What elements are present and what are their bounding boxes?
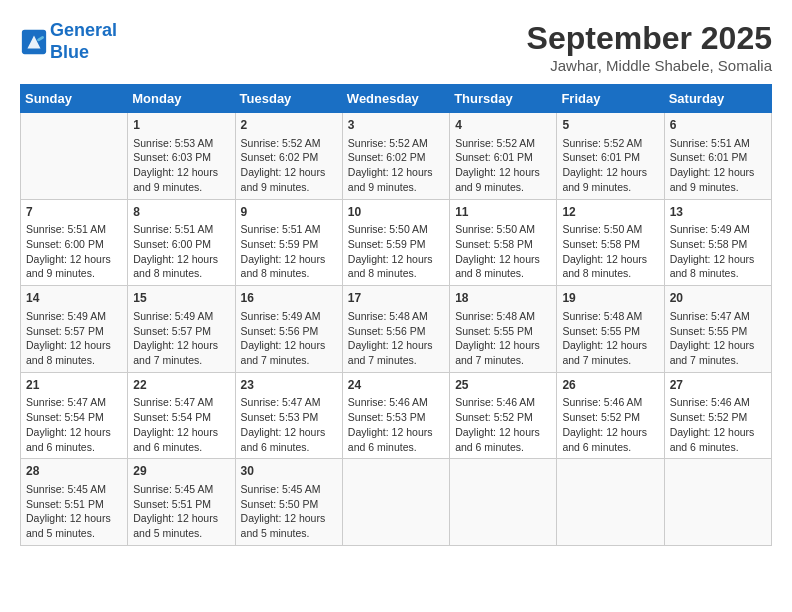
cell-text: Sunset: 6:02 PM (348, 150, 444, 165)
cell-text: Sunset: 5:54 PM (26, 410, 122, 425)
cell-text: Daylight: 12 hours (670, 165, 766, 180)
day-number: 27 (670, 377, 766, 394)
cell-text: Daylight: 12 hours (348, 165, 444, 180)
cell-text: Sunset: 5:57 PM (133, 324, 229, 339)
cell-text: Sunrise: 5:50 AM (562, 222, 658, 237)
cell-text: Sunrise: 5:46 AM (670, 395, 766, 410)
cell-text: Sunrise: 5:46 AM (562, 395, 658, 410)
cell-text: and 7 minutes. (670, 353, 766, 368)
calendar-cell: 9Sunrise: 5:51 AMSunset: 5:59 PMDaylight… (235, 199, 342, 286)
cell-text: and 8 minutes. (241, 266, 337, 281)
cell-text: Sunrise: 5:45 AM (26, 482, 122, 497)
cell-text: Sunrise: 5:49 AM (26, 309, 122, 324)
day-number: 21 (26, 377, 122, 394)
cell-text: Daylight: 12 hours (670, 338, 766, 353)
cell-text: Daylight: 12 hours (455, 252, 551, 267)
cell-text: Daylight: 12 hours (562, 425, 658, 440)
calendar-cell: 24Sunrise: 5:46 AMSunset: 5:53 PMDayligh… (342, 372, 449, 459)
cell-text: and 6 minutes. (133, 440, 229, 455)
day-number: 29 (133, 463, 229, 480)
calendar-cell: 10Sunrise: 5:50 AMSunset: 5:59 PMDayligh… (342, 199, 449, 286)
cell-text: and 6 minutes. (348, 440, 444, 455)
calendar-cell: 26Sunrise: 5:46 AMSunset: 5:52 PMDayligh… (557, 372, 664, 459)
cell-text: Daylight: 12 hours (562, 252, 658, 267)
cell-text: and 6 minutes. (26, 440, 122, 455)
day-number: 4 (455, 117, 551, 134)
cell-text: Sunrise: 5:52 AM (348, 136, 444, 151)
calendar-cell: 14Sunrise: 5:49 AMSunset: 5:57 PMDayligh… (21, 286, 128, 373)
day-number: 12 (562, 204, 658, 221)
day-number: 30 (241, 463, 337, 480)
cell-text: Sunset: 5:56 PM (241, 324, 337, 339)
cell-text: Sunset: 5:54 PM (133, 410, 229, 425)
week-row-5: 28Sunrise: 5:45 AMSunset: 5:51 PMDayligh… (21, 459, 772, 546)
cell-text: Sunset: 5:56 PM (348, 324, 444, 339)
column-header-monday: Monday (128, 85, 235, 113)
cell-text: Daylight: 12 hours (562, 338, 658, 353)
cell-text: Daylight: 12 hours (241, 425, 337, 440)
day-number: 9 (241, 204, 337, 221)
column-header-friday: Friday (557, 85, 664, 113)
cell-text: Sunrise: 5:47 AM (26, 395, 122, 410)
calendar-cell: 5Sunrise: 5:52 AMSunset: 6:01 PMDaylight… (557, 113, 664, 200)
cell-text: Sunrise: 5:50 AM (348, 222, 444, 237)
cell-text: and 8 minutes. (26, 353, 122, 368)
subtitle: Jawhar, Middle Shabele, Somalia (527, 57, 772, 74)
day-number: 13 (670, 204, 766, 221)
calendar-cell: 18Sunrise: 5:48 AMSunset: 5:55 PMDayligh… (450, 286, 557, 373)
cell-text: and 5 minutes. (133, 526, 229, 541)
cell-text: Sunset: 5:58 PM (562, 237, 658, 252)
cell-text: Daylight: 12 hours (241, 511, 337, 526)
cell-text: and 6 minutes. (562, 440, 658, 455)
cell-text: Sunset: 5:50 PM (241, 497, 337, 512)
day-number: 3 (348, 117, 444, 134)
main-title: September 2025 (527, 20, 772, 57)
cell-text: Sunset: 5:58 PM (670, 237, 766, 252)
cell-text: Daylight: 12 hours (133, 511, 229, 526)
cell-text: Sunrise: 5:49 AM (670, 222, 766, 237)
cell-text: Daylight: 12 hours (133, 338, 229, 353)
cell-text: and 7 minutes. (133, 353, 229, 368)
cell-text: and 5 minutes. (26, 526, 122, 541)
cell-text: Daylight: 12 hours (348, 338, 444, 353)
title-block: September 2025 Jawhar, Middle Shabele, S… (527, 20, 772, 74)
week-row-3: 14Sunrise: 5:49 AMSunset: 5:57 PMDayligh… (21, 286, 772, 373)
week-row-4: 21Sunrise: 5:47 AMSunset: 5:54 PMDayligh… (21, 372, 772, 459)
cell-text: Sunrise: 5:51 AM (133, 222, 229, 237)
cell-text: Daylight: 12 hours (26, 425, 122, 440)
day-number: 28 (26, 463, 122, 480)
cell-text: Daylight: 12 hours (26, 338, 122, 353)
cell-text: Sunset: 5:59 PM (241, 237, 337, 252)
cell-text: Sunset: 5:57 PM (26, 324, 122, 339)
day-number: 14 (26, 290, 122, 307)
calendar-cell: 19Sunrise: 5:48 AMSunset: 5:55 PMDayligh… (557, 286, 664, 373)
cell-text: Sunset: 6:01 PM (670, 150, 766, 165)
day-number: 18 (455, 290, 551, 307)
cell-text: Sunrise: 5:49 AM (133, 309, 229, 324)
day-number: 2 (241, 117, 337, 134)
cell-text: Daylight: 12 hours (133, 252, 229, 267)
column-header-sunday: Sunday (21, 85, 128, 113)
calendar-cell: 30Sunrise: 5:45 AMSunset: 5:50 PMDayligh… (235, 459, 342, 546)
cell-text: Sunset: 6:00 PM (133, 237, 229, 252)
cell-text: Daylight: 12 hours (455, 165, 551, 180)
cell-text: and 8 minutes. (562, 266, 658, 281)
cell-text: Sunrise: 5:47 AM (670, 309, 766, 324)
cell-text: and 9 minutes. (562, 180, 658, 195)
cell-text: Sunrise: 5:45 AM (241, 482, 337, 497)
day-number: 16 (241, 290, 337, 307)
calendar-cell (557, 459, 664, 546)
calendar-cell: 16Sunrise: 5:49 AMSunset: 5:56 PMDayligh… (235, 286, 342, 373)
day-number: 1 (133, 117, 229, 134)
calendar-cell: 25Sunrise: 5:46 AMSunset: 5:52 PMDayligh… (450, 372, 557, 459)
cell-text: Sunrise: 5:50 AM (455, 222, 551, 237)
cell-text: Sunset: 5:51 PM (133, 497, 229, 512)
calendar-cell: 12Sunrise: 5:50 AMSunset: 5:58 PMDayligh… (557, 199, 664, 286)
logo-icon (20, 28, 48, 56)
cell-text: Daylight: 12 hours (241, 165, 337, 180)
calendar-cell: 8Sunrise: 5:51 AMSunset: 6:00 PMDaylight… (128, 199, 235, 286)
cell-text: Daylight: 12 hours (562, 165, 658, 180)
cell-text: Sunrise: 5:49 AM (241, 309, 337, 324)
cell-text: Sunset: 5:55 PM (670, 324, 766, 339)
cell-text: and 9 minutes. (133, 180, 229, 195)
